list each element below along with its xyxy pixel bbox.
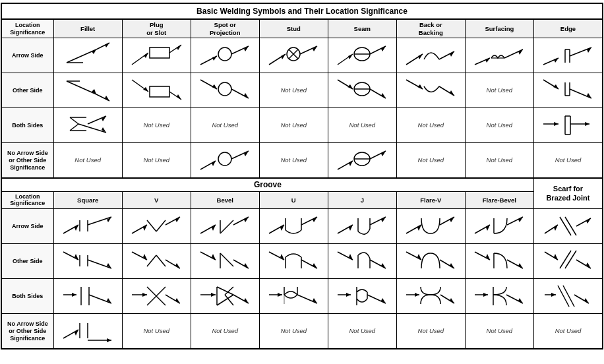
j-no-arrow: Not Used: [328, 314, 396, 349]
bevel-arrow-side: [191, 209, 259, 244]
svg-point-94: [218, 152, 231, 166]
surfacing-other-side: Not Used: [465, 73, 533, 108]
svg-point-56: [218, 82, 231, 96]
plug-no-arrow: Not Used: [122, 143, 191, 179]
groove-other-side-row: Other Side: [1, 244, 603, 279]
fillet-both-sides: [53, 108, 122, 143]
scarf-other-side: [533, 244, 603, 279]
svg-marker-206: [211, 293, 216, 297]
edge-arrow-side: [533, 38, 603, 73]
stud-other-side: Not Used: [259, 73, 328, 108]
loc-both-sides: Both Sides: [1, 108, 53, 143]
loc-arrow-side: Arrow Side: [1, 38, 53, 73]
plug-arrow-side: [122, 38, 191, 73]
header-bevel: Bevel: [191, 191, 259, 209]
svg-marker-23: [348, 54, 353, 59]
groove-arrow-side-row: Arrow Side: [1, 209, 603, 244]
scarf-both-sides: [533, 279, 603, 314]
square-both-sides: [53, 279, 122, 314]
row-both-sides-top: Both Sides Not Used Not Used: [1, 108, 603, 143]
flare-bevel-no-arrow: Not Used: [465, 314, 533, 349]
svg-line-157: [156, 255, 166, 266]
v-arrow-side: [122, 209, 191, 244]
svg-line-239: [563, 286, 574, 307]
header-scarf: Scarf forBrazed Joint: [533, 178, 603, 208]
seam-other-side: [328, 73, 396, 108]
svg-marker-237: [551, 293, 556, 297]
svg-marker-228: [415, 293, 419, 297]
flare-v-no-arrow: Not Used: [396, 314, 465, 349]
stud-arrow-side: [259, 38, 328, 73]
flare-bevel-arrow-side: [465, 209, 533, 244]
svg-line-211: [225, 295, 233, 305]
v-no-arrow: Not Used: [122, 314, 191, 349]
svg-marker-29: [418, 54, 423, 59]
v-other-side: [122, 244, 191, 279]
square-arrow-side: [53, 209, 122, 244]
svg-line-190: [565, 251, 576, 268]
svg-line-118: [220, 220, 233, 233]
svg-line-146: [576, 218, 591, 226]
svg-line-82: [78, 124, 106, 133]
header-j: J: [328, 191, 396, 209]
svg-line-101: [370, 151, 386, 159]
svg-marker-85: [554, 122, 559, 126]
square-other-side: [53, 244, 122, 279]
svg-marker-91: [585, 122, 589, 126]
header-edge: Edge: [533, 19, 603, 38]
scarf-arrow-side: [533, 209, 603, 244]
flare-v-both-sides: [396, 279, 465, 314]
groove-loc-arrow-side: Arrow Side: [1, 209, 53, 244]
header-flare-v: Flare-V: [396, 191, 465, 209]
fillet-arrow-side: [53, 38, 122, 73]
top-header-row: LocationSignificance Fillet Plugor Slot …: [1, 19, 603, 38]
row-other-side-top: Other Side: [1, 73, 603, 108]
edge-no-arrow: Not Used: [533, 143, 603, 179]
svg-rect-7: [150, 47, 169, 58]
svg-line-26: [370, 46, 386, 54]
svg-marker-215: [278, 293, 282, 297]
svg-line-238: [558, 286, 569, 307]
fillet-no-arrow: Not Used: [53, 143, 122, 179]
surfacing-arrow-side: [465, 38, 533, 73]
header-location: LocationSignificance: [1, 19, 53, 38]
groove-no-arrow-row: No Arrow Sideor Other SideSignificance N…: [1, 314, 603, 349]
j-arrow-side: [328, 209, 396, 244]
u-both-sides: [259, 279, 328, 314]
svg-line-135: [440, 217, 454, 225]
svg-marker-247: [107, 338, 111, 342]
svg-line-208: [217, 295, 233, 305]
svg-marker-38: [554, 58, 559, 63]
groove-loc-both-sides: Both Sides: [1, 279, 53, 314]
loc-no-arrow: No Arrow Sideor Other SideSignificance: [1, 143, 53, 179]
svg-marker-200: [142, 293, 147, 297]
svg-marker-68: [450, 90, 454, 96]
j-other-side: [328, 244, 396, 279]
row-arrow-side-top: Arrow Side: [1, 38, 603, 73]
u-arrow-side: [259, 209, 328, 244]
spot-no-arrow: [191, 143, 259, 179]
seam-no-arrow: [328, 143, 396, 179]
svg-line-119: [233, 217, 249, 225]
flare-bevel-both-sides: [465, 279, 533, 314]
svg-line-189: [560, 251, 571, 268]
svg-line-140: [507, 217, 523, 225]
svg-line-212: [233, 295, 249, 303]
svg-line-125: [301, 217, 317, 225]
bevel-both-sides: [191, 279, 259, 314]
header-fillet: Fillet: [53, 19, 122, 38]
svg-line-131: [370, 217, 386, 225]
svg-line-176: [370, 260, 386, 268]
header-surfacing: Surfacing: [465, 19, 533, 38]
svg-line-170: [301, 260, 317, 268]
svg-marker-230: [450, 298, 454, 303]
surfacing-both-sides: Not Used: [465, 108, 533, 143]
svg-line-185: [507, 260, 523, 268]
flare-v-arrow-side: [396, 209, 465, 244]
svg-line-191: [576, 260, 591, 268]
stud-no-arrow: Not Used: [259, 143, 328, 179]
svg-line-47: [96, 94, 109, 101]
bevel-other-side: [191, 244, 259, 279]
u-other-side: [259, 244, 328, 279]
svg-line-207: [217, 287, 233, 295]
